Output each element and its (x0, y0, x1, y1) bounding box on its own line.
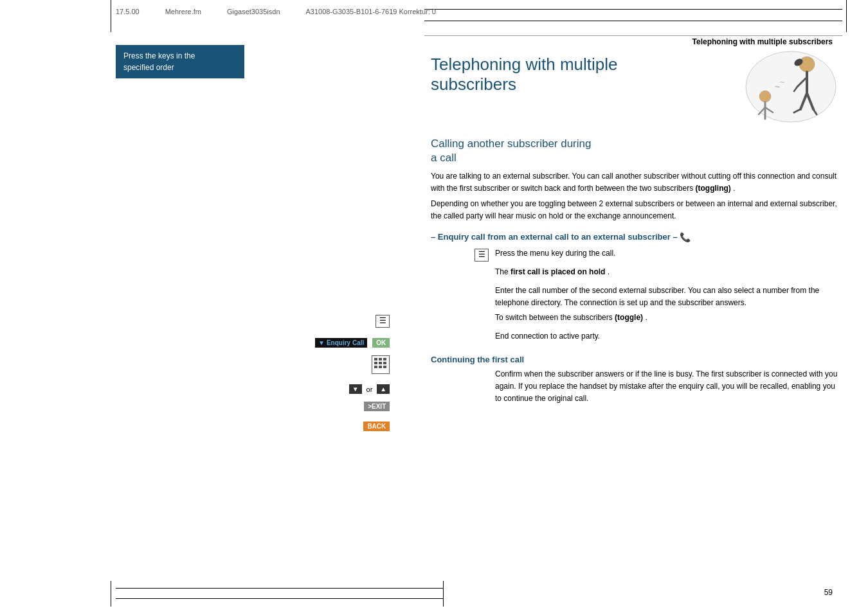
exit-desc-row: End connection to active party. (431, 330, 842, 346)
menu-sym-icon: ☰ (475, 249, 489, 262)
header-filename: Mehrere.fm (165, 8, 201, 15)
toggle-prefix: To switch between the subscribers (495, 313, 615, 322)
header-vert-right (846, 0, 847, 32)
instruction-box: Press the keys in the specified order (116, 45, 244, 78)
back-btn: BACK (363, 422, 390, 431)
page-number: 59 (824, 588, 833, 597)
header-product: Gigaset3035isdn (227, 8, 280, 15)
svg-rect-0 (374, 358, 377, 360)
svg-rect-1 (379, 358, 382, 360)
header-code: A31008-G3035-B101-6-7619 Korrektur: 0 (306, 8, 436, 15)
instruction-line2: specified order (123, 63, 174, 72)
menu-key-desc: Press the menu key during the call. (495, 247, 842, 260)
section-header-rule (424, 35, 842, 36)
illustration: ~ ~ (739, 45, 842, 130)
enquiry-call-label: Enquiry Call (327, 339, 364, 346)
arrow-keys-buttons: ▼ or ▲ (349, 384, 390, 394)
keypad-icon (372, 355, 390, 374)
enquiry-heading-text: – Enquiry call from an external call to … (431, 232, 678, 242)
svg-rect-6 (374, 366, 377, 368)
enquiry-icon: ▼ (318, 339, 325, 346)
calling-body-bold: (toggling) (696, 184, 731, 193)
exit-button-area: >EXIT (364, 402, 390, 411)
menu-key-instruction: ☰ Press the menu key during the call. (431, 247, 842, 263)
calling-heading-line2: a call (431, 152, 457, 164)
left-keys-area: ☰ ▼ Enquiry Call OK (315, 315, 390, 438)
toggle-desc: To switch between the subscribers (toggl… (495, 312, 842, 324)
menu-key-symbol: ☰ (375, 315, 390, 328)
svg-rect-2 (383, 358, 386, 360)
enter-number-desc: Enter the call number of the second exte… (495, 285, 842, 308)
enter-number-row: Enter the call number of the second exte… (431, 285, 842, 308)
main-heading-line2: subscribers (431, 75, 516, 94)
toggle-row: To switch between the subscribers (toggl… (431, 312, 842, 327)
down-arrow-btn: ▼ (349, 384, 362, 394)
step-first-call-bold: first call is placed on hold (511, 267, 605, 276)
instruction-line1: Press the keys in the (123, 51, 195, 60)
back-row: BACK (315, 422, 390, 431)
header-meta: 17.5.00 Mehrere.fm Gigaset3035isdn A3100… (116, 8, 436, 15)
toggle-sym (431, 312, 495, 313)
back-desc-row: Confirm when the subscriber answers or i… (431, 368, 842, 404)
calling-subheading: Calling another subscriber during a call (431, 137, 842, 165)
toggle-bold: (toggle) (615, 313, 643, 322)
external-icon: 📞 (680, 232, 691, 242)
left-column: Press the keys in the specified order (116, 45, 405, 581)
header-line-top (424, 9, 842, 10)
menu-icon: ☰ (375, 315, 390, 328)
up-arrow-btn: ▲ (377, 384, 390, 394)
menu-key-row: ☰ (315, 315, 390, 328)
calling-body-text2: Depending on whether you are toggling be… (431, 198, 842, 222)
step-first-call-prefix: The (495, 267, 511, 276)
svg-rect-4 (379, 362, 382, 364)
svg-point-9 (746, 51, 836, 122)
enquiry-call-row: ▼ Enquiry Call OK (315, 338, 390, 348)
svg-text:~: ~ (779, 77, 784, 87)
footer-line-top (116, 588, 444, 589)
keypad-row (315, 355, 390, 374)
svg-rect-5 (383, 362, 386, 364)
step-first-call-suffix: . (608, 267, 610, 276)
svg-rect-8 (383, 366, 386, 368)
back-sym (431, 368, 495, 369)
svg-point-20 (759, 91, 771, 102)
enquiry-call-buttons: ▼ Enquiry Call OK (315, 338, 390, 348)
calling-body-p1: You are talking to an external subscribe… (431, 172, 836, 193)
toggle-suffix: . (645, 313, 647, 322)
first-call-hold-desc: The first call is placed on hold . (495, 266, 842, 278)
exit-sym (431, 330, 495, 332)
svg-point-10 (799, 57, 815, 72)
arrow-keys-row: ▼ or ▲ (315, 384, 390, 394)
right-column: ~ ~ Telephoning with multiple subscriber… (424, 45, 842, 581)
footer-vert-left (111, 581, 111, 607)
header-date: 17.5.00 (116, 8, 140, 15)
exit-row: >EXIT (315, 402, 390, 411)
or-text: or (366, 386, 373, 393)
calling-body-p1b: . (733, 184, 735, 193)
footer-line-bottom (116, 598, 444, 599)
svg-rect-7 (379, 366, 382, 368)
header-vert-left (111, 0, 111, 32)
footer-vert-right (443, 581, 444, 607)
header-line-bottom (424, 21, 842, 21)
continuing-heading: Continuing the first call (431, 355, 842, 364)
calling-body-text: You are talking to an external subscribe… (431, 170, 842, 194)
first-call-hold-row: The first call is placed on hold . (431, 266, 842, 281)
ok-btn: OK (372, 338, 390, 348)
enter-number-sym (431, 285, 495, 286)
exit-desc: End connection to active party. (495, 330, 842, 342)
enquiry-subheading: – Enquiry call from an external call to … (431, 231, 842, 244)
enquiry-call-btn: ▼ Enquiry Call (315, 338, 367, 348)
first-call-hold-sym (431, 266, 495, 267)
back-desc: Confirm when the subscriber answers or i… (495, 368, 842, 404)
svg-rect-3 (374, 362, 377, 364)
page-container: 17.5.00 Mehrere.fm Gigaset3035isdn A3100… (0, 0, 868, 613)
exit-btn: >EXIT (364, 402, 390, 411)
calling-heading-line1: Calling another subscriber during (431, 138, 591, 150)
main-heading-line1: Telephoning with multiple (431, 55, 618, 74)
back-button-area: BACK (363, 422, 390, 431)
menu-key-sym: ☰ (431, 247, 495, 262)
